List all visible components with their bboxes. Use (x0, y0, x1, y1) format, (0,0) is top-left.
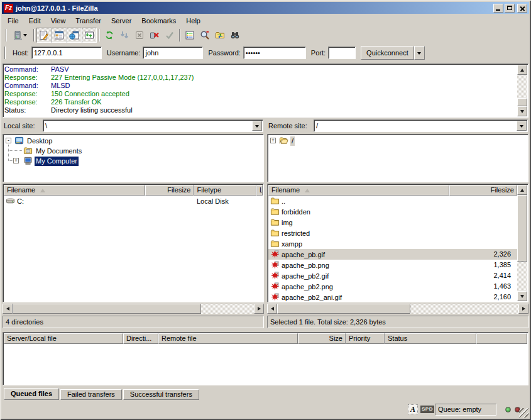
scroll-right-button[interactable] (254, 304, 264, 314)
username-input[interactable] (143, 47, 203, 59)
scroll-left-button[interactable] (3, 304, 13, 314)
scroll-down-button[interactable] (517, 291, 527, 301)
quickconnect-dropdown-button[interactable] (414, 46, 425, 60)
password-input[interactable] (243, 47, 306, 59)
refresh-button[interactable] (102, 28, 117, 43)
port-input[interactable] (328, 47, 356, 59)
local-site-dropdown-button[interactable] (252, 121, 262, 131)
column-last-modified[interactable]: L (256, 185, 263, 196)
scrollbar-thumb[interactable] (13, 304, 201, 314)
remote-file-row[interactable]: xampp (268, 238, 517, 249)
directory-comparison-button[interactable] (197, 28, 212, 43)
scroll-up-button[interactable] (517, 65, 527, 75)
minimize-button[interactable] (493, 4, 503, 13)
remote-file-row[interactable]: apache_pb2_ani.gif 2,160 (268, 292, 517, 302)
tab-queued-files[interactable]: Queued files (4, 388, 59, 400)
tab-failed-transfers[interactable]: Failed transfers (60, 389, 122, 400)
scroll-right-button[interactable] (518, 304, 528, 314)
column-filename[interactable]: Filename (268, 185, 449, 196)
column-filesize[interactable]: Filesize (145, 185, 194, 196)
tab-successful-transfers[interactable]: Successful transfers (123, 389, 199, 400)
expand-toggle[interactable]: + (270, 138, 276, 143)
toolbar-separator (179, 29, 180, 41)
reconnect-button[interactable] (162, 28, 177, 43)
image-file-icon (270, 260, 280, 270)
cancel-operation-button[interactable] (132, 28, 147, 43)
scrollbar-thumb[interactable] (517, 195, 527, 262)
toggle-remote-tree-button[interactable] (67, 28, 82, 43)
remote-file-row[interactable]: forbidden (268, 206, 517, 217)
remote-file-row[interactable]: apache_pb.png 1,385 (268, 260, 517, 270)
collapse-toggle[interactable]: - (6, 138, 11, 143)
log-line: Command:MLSD (4, 82, 515, 90)
maximize-button[interactable] (505, 4, 515, 13)
log-scrollbar[interactable] (517, 65, 527, 116)
toggle-log-button[interactable] (36, 28, 52, 43)
scrollbar-thumb[interactable] (277, 304, 410, 314)
column-size[interactable]: Size (298, 333, 346, 344)
column-status[interactable]: Status (385, 333, 476, 344)
filter-button[interactable] (182, 28, 197, 43)
check-icon (165, 30, 175, 40)
local-site-combo[interactable]: \ (43, 119, 263, 132)
resize-grip[interactable] (519, 408, 528, 417)
local-site-bar: Local site: \ (3, 119, 264, 132)
remote-file-row[interactable]: apache_pb2.png 1,463 (268, 281, 517, 292)
tree-item-root[interactable]: + / (268, 136, 528, 146)
scroll-up-button[interactable] (517, 185, 527, 195)
remote-site-value: / (314, 122, 517, 130)
column-priority[interactable]: Priority (346, 333, 385, 344)
open-folder-icon (279, 136, 288, 145)
scrollbar-thumb[interactable] (517, 98, 527, 106)
image-file-icon (270, 282, 280, 291)
menu-transfer[interactable]: Transfer (70, 16, 106, 25)
remote-site-dropdown-button[interactable] (517, 121, 527, 131)
process-queue-button[interactable] (117, 28, 132, 43)
queue-status-text: Queue: empty (435, 404, 496, 416)
menu-file[interactable]: File (3, 16, 24, 25)
scroll-down-button[interactable] (517, 106, 527, 116)
local-hscrollbar[interactable] (3, 304, 264, 314)
quickconnect-button[interactable]: Quickconnect (361, 46, 414, 60)
remote-file-row[interactable]: apache_pb2.gif 2,414 (268, 270, 517, 281)
recv-indicator-led (505, 407, 511, 412)
local-file-row[interactable]: C: Local Disk (4, 196, 263, 206)
find-files-button[interactable] (227, 28, 243, 43)
column-server-local-file[interactable]: Server/Local file (4, 333, 123, 344)
column-filetype[interactable]: Filetype (194, 185, 256, 196)
menu-view[interactable]: View (46, 16, 71, 25)
close-button[interactable] (517, 4, 527, 13)
column-direction[interactable]: Directi... (123, 333, 158, 344)
synchronized-browsing-button[interactable] (212, 28, 227, 43)
remote-list-scrollbar[interactable] (517, 185, 527, 301)
column-filesize[interactable]: Filesize (449, 185, 517, 196)
process-queue-icon (119, 30, 129, 40)
disconnect-button[interactable] (147, 28, 162, 43)
remote-site-combo[interactable]: / (314, 119, 528, 132)
site-manager-dropdown-icon (23, 34, 27, 38)
column-filename[interactable]: Filename (4, 185, 145, 196)
remote-file-row[interactable]: img (268, 217, 517, 228)
tree-item-my-documents[interactable]: My Documents (3, 146, 263, 156)
title-bar[interactable]: Fz john@127.0.0.1 - FileZilla (2, 2, 529, 14)
remote-file-row[interactable]: .. (268, 196, 517, 206)
site-manager-button[interactable] (9, 28, 31, 43)
host-input[interactable] (31, 47, 102, 59)
remote-file-row-selected[interactable]: apache_pb.gif 2,326 (268, 249, 517, 260)
menu-server[interactable]: Server (106, 16, 136, 25)
arrow-right-icon (522, 307, 527, 311)
expand-toggle[interactable]: + (13, 158, 19, 163)
tree-item-desktop[interactable]: - Desktop (3, 136, 263, 146)
menu-help[interactable]: Help (181, 16, 205, 25)
toggle-local-tree-button[interactable] (52, 28, 67, 43)
remote-tree: + / (267, 134, 528, 182)
tree-item-my-computer[interactable]: + My Computer (3, 156, 263, 166)
column-remote-file[interactable]: Remote file (158, 333, 298, 344)
scroll-left-button[interactable] (267, 304, 277, 314)
menu-bookmarks[interactable]: Bookmarks (136, 16, 181, 25)
toolbar-separator (4, 47, 6, 59)
remote-hscrollbar[interactable] (267, 304, 528, 314)
menu-edit[interactable]: Edit (24, 16, 46, 25)
remote-file-row[interactable]: restricted (268, 228, 517, 238)
toggle-queue-button[interactable] (82, 28, 97, 43)
